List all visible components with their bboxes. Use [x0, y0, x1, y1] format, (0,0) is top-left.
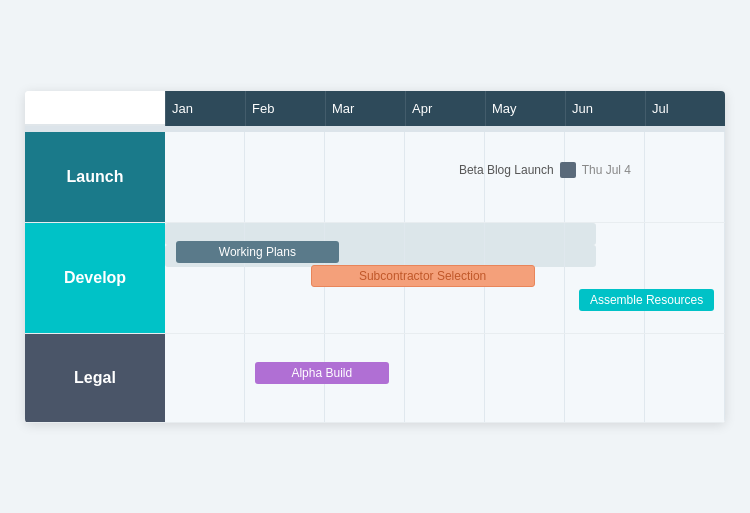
- launch-label: Launch: [25, 132, 165, 222]
- month-jul: Jul: [645, 91, 725, 126]
- subcontractor-selection-bar: Subcontractor Selection: [311, 265, 535, 287]
- header-row: Jan Feb Mar Apr May Jun Jul: [25, 91, 725, 126]
- legal-label: Legal: [25, 334, 165, 422]
- month-feb: Feb: [245, 91, 325, 126]
- month-jan: Jan: [165, 91, 245, 126]
- beta-blog-launch-label: Beta Blog Launch Thu Jul 4: [459, 162, 631, 178]
- launch-row: Launch Beta Blog Launch Thu Jul 4: [25, 132, 725, 223]
- month-may: May: [485, 91, 565, 126]
- months-header: Jan Feb Mar Apr May Jun Jul: [165, 91, 725, 126]
- month-apr: Apr: [405, 91, 485, 126]
- gantt-chart: Jan Feb Mar Apr May Jun Jul Launch Beta …: [25, 91, 725, 423]
- month-jun: Jun: [565, 91, 645, 126]
- develop-label: Develop: [25, 223, 165, 333]
- legal-grid: Alpha Build: [165, 334, 725, 422]
- label-header: [25, 91, 165, 126]
- alpha-build-bar: Alpha Build: [255, 362, 389, 384]
- develop-grid: Working Plans Subcontractor Selection As…: [165, 223, 725, 333]
- launch-grid: Beta Blog Launch Thu Jul 4: [165, 132, 725, 222]
- working-plans-bar: Working Plans: [176, 241, 338, 263]
- assemble-resources-bar: Assemble Resources: [579, 289, 713, 311]
- develop-row: Develop Working Plans Subcontractor Sele…: [25, 223, 725, 334]
- legal-row: Legal Alpha Build: [25, 334, 725, 423]
- beta-box-icon: [560, 162, 576, 178]
- month-mar: Mar: [325, 91, 405, 126]
